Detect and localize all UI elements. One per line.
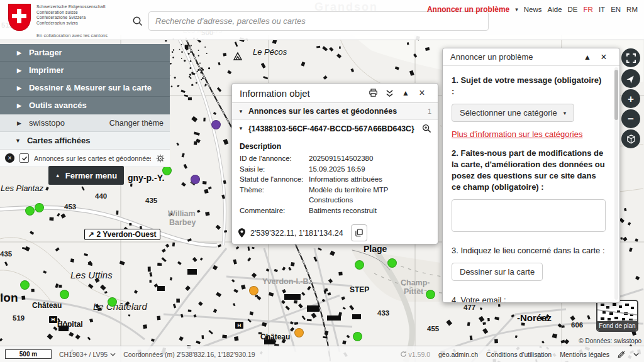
logo-line: Confederazione Svizzera <box>36 15 106 21</box>
layers-header-label: Cartes affichées <box>27 136 90 145</box>
info-panel-title: Information objet <box>240 88 365 99</box>
change-theme-link[interactable]: Changer thème <box>109 119 164 128</box>
feature-description: Description ID de l'annonce:202509151450… <box>232 137 438 216</box>
category-select[interactable]: Sélectionner une catégorie ▾ <box>452 104 574 122</box>
row-value: Informations attribuées <box>309 174 430 185</box>
zoom-in-button[interactable]: + <box>621 89 640 108</box>
projection-select[interactable]: CH1903+ / LV95 <box>59 351 116 358</box>
map-feature-marker-orange[interactable] <box>294 328 304 337</box>
message-textarea[interactable] <box>452 199 606 232</box>
close-menu-button[interactable]: ▲ Fermer menu <box>48 166 124 185</box>
basemap-switcher-button[interactable]: Fond de plan <box>596 300 638 332</box>
theme-label: swisstopo <box>29 118 65 128</box>
disable-drawing-icon[interactable] <box>618 351 625 358</box>
feature-count: 1 <box>428 107 431 115</box>
map-feature-marker-green[interactable] <box>426 290 435 299</box>
basemap-button-label: Fond de plan <box>597 321 637 331</box>
map-feature-marker-green[interactable] <box>387 258 397 268</box>
row-label: ID de l'annonce: <box>240 153 309 164</box>
map-feature-marker-purple[interactable] <box>211 120 221 129</box>
question-3-label: 3. Indiquez le lieu concerné dans la car… <box>452 245 606 256</box>
menu-item-advanced-tools[interactable]: ▶Outils avancés <box>0 97 170 114</box>
copy-coordinates-button[interactable] <box>351 224 367 241</box>
remove-layer-icon[interactable]: × <box>5 153 14 163</box>
fullscreen-button[interactable] <box>621 48 640 67</box>
row-value: 15.09.2025 16:59 <box>309 164 430 175</box>
description-row: Commentaire:Batiments reconstruit <box>240 206 430 216</box>
map-feature-marker-green[interactable] <box>355 260 364 270</box>
map-feature-marker-green[interactable] <box>353 332 362 341</box>
logo-line: Confédération suisse <box>36 10 106 16</box>
app-version: v1.59.0 <box>400 351 430 358</box>
collapse-panel-icon[interactable]: ▲ <box>397 89 414 97</box>
chevron-down-icon[interactable] <box>633 353 639 356</box>
menu-item-share[interactable]: ▶Partager <box>0 44 170 62</box>
status-bar: 500 m CH1903+ / LV95 Coordonnées (m) 2'5… <box>0 346 644 362</box>
map-feature-marker-orange[interactable] <box>249 286 258 295</box>
row-label: Commentaire: <box>240 206 309 216</box>
refresh-icon <box>400 351 407 358</box>
displayed-maps-header[interactable]: ▼ Cartes affichées <box>0 132 170 150</box>
zoom-out-button[interactable]: − <box>621 109 640 128</box>
chevron-right-icon: ▶ <box>17 120 21 126</box>
scrollbar-thumb[interactable] <box>614 70 618 120</box>
pin-icon <box>238 228 245 238</box>
projection-label: CH1903+ / LV95 <box>59 351 108 358</box>
feature-row[interactable]: ▼ {14388103-56CF-4647-BCCD-567A66BD643C} <box>232 120 438 137</box>
zoom-to-feature-icon[interactable] <box>422 124 431 133</box>
report-panel-title: Annoncer un problème <box>450 52 579 62</box>
footer-links: v1.59.0 geo.admin.ch Conditions d'utilis… <box>400 351 639 358</box>
search-input[interactable] <box>148 11 489 31</box>
close-icon[interactable]: × <box>414 89 430 97</box>
scrollbar[interactable] <box>614 67 618 300</box>
layer-label: Annonces sur les cartes et géodonnées <box>34 155 151 162</box>
lang-rm[interactable]: RM <box>626 6 638 13</box>
print-icon[interactable] <box>365 89 381 97</box>
help-link[interactable]: Aide <box>548 6 562 13</box>
map-feature-marker-green[interactable] <box>60 290 69 299</box>
map-feature-marker-green[interactable] <box>35 203 44 212</box>
lang-en[interactable]: EN <box>611 6 621 13</box>
chevron-down-icon[interactable]: ▾ <box>515 6 518 13</box>
chevron-down-icon: ▼ <box>238 109 243 114</box>
layer-checkbox[interactable] <box>19 153 29 163</box>
layer-settings-gear-icon[interactable] <box>156 154 165 163</box>
collapse-panel-icon[interactable]: ▲ <box>579 53 596 62</box>
map-feature-marker-green[interactable] <box>25 206 35 216</box>
menu-item-draw-measure[interactable]: ▶Dessiner & Mesurer sur la carte <box>0 79 170 97</box>
menu-label: Dessiner & Mesurer sur la carte <box>29 83 152 92</box>
row-label: Statut de l'annonce: <box>240 174 309 185</box>
lang-fr[interactable]: FR <box>584 6 593 13</box>
geolocate-button[interactable] <box>621 69 640 88</box>
lang-it[interactable]: IT <box>599 6 605 13</box>
swiss-confederation-logo <box>8 4 31 31</box>
row-value: Modèle du territoire MTP Constructions <box>309 185 430 206</box>
draw-on-map-button[interactable]: Dessiner sur la carte <box>452 263 543 281</box>
menu-item-print[interactable]: ▶Imprimer <box>0 62 170 79</box>
legal-link[interactable]: Mentions légales <box>560 351 609 358</box>
map-feature-marker-green[interactable] <box>20 280 30 290</box>
info-layer-group-row[interactable]: ▼ Annonces sur les cartes et géodonnées … <box>232 103 438 120</box>
3d-view-button[interactable] <box>621 129 640 148</box>
news-link[interactable]: News <box>524 6 542 13</box>
expand-all-icon[interactable] <box>381 89 397 97</box>
lang-de[interactable]: DE <box>568 6 578 13</box>
top-header: Schweizerische Eidgenossenschaft Confédé… <box>0 0 644 40</box>
report-problem-link[interactable]: Annoncer un problème <box>427 5 509 14</box>
geoadmin-link[interactable]: geo.admin.ch <box>438 351 478 358</box>
description-row: Saisi le:15.09.2025 16:59 <box>240 164 430 175</box>
map-feature-marker-green[interactable] <box>108 297 117 307</box>
row-value: 2025091514502380 <box>309 153 430 164</box>
hospital-symbol: H <box>235 322 243 329</box>
exit-label-text: 2 Yverdon-Ouest <box>96 230 156 239</box>
theme-row[interactable]: ▶ swisstopo Changer thème <box>0 114 170 132</box>
description-row: Thème:Modèle du territoire MTP Construct… <box>240 185 430 206</box>
map-feature-marker-purple[interactable] <box>191 175 200 184</box>
terms-link[interactable]: Conditions d'utilisation <box>486 351 552 358</box>
close-icon[interactable]: × <box>596 53 612 62</box>
report-panel-header: Annoncer un problème ▲ × <box>443 48 619 66</box>
chevron-up-icon: ▲ <box>55 173 60 178</box>
data-attribution[interactable]: © Données: swisstopo <box>579 337 641 344</box>
category-info-link[interactable]: Plus d'information sur les catégories <box>452 129 606 139</box>
question-4-label: 4. Votre email : <box>452 295 606 303</box>
